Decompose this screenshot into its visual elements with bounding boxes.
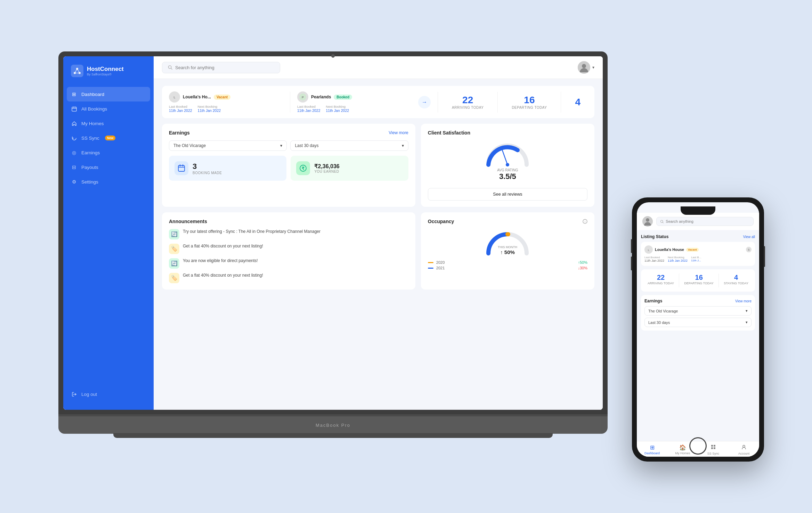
announce-item-3: 🔄 You are now eligible for direct paymen… bbox=[169, 258, 408, 269]
phone-nav-account[interactable]: Account bbox=[729, 444, 759, 455]
phone-arriving-label: ARRIVING TODAY bbox=[648, 282, 674, 285]
new-badge: New bbox=[105, 136, 116, 140]
phone-date-filter-value: Last 30 days bbox=[648, 320, 670, 325]
sidebar-label-homes: My Homes bbox=[81, 121, 104, 126]
svg-point-32 bbox=[646, 218, 649, 222]
laptop-foot bbox=[113, 433, 553, 438]
svg-point-26 bbox=[506, 163, 509, 166]
phone-date-filter[interactable]: Last 30 days ▾ bbox=[644, 318, 752, 327]
announce-item-2: 🏷️ Get a flat 40% discount on your next … bbox=[169, 244, 408, 254]
earned-icon: ₹ bbox=[296, 161, 310, 175]
phone-nav-account-label: Account bbox=[738, 452, 750, 455]
next-booking-val-1: 11th Jan 2022 bbox=[198, 108, 221, 113]
listing-status-section: Listing Status View all L Louella's Hous… bbox=[641, 234, 755, 266]
sidebar-logo: HostConnect By SaffronStays® bbox=[63, 65, 154, 87]
sidebar-label-dashboard: Dashboard bbox=[81, 92, 104, 97]
earnings-filters: The Old Vicarage ▾ Last 30 days ▾ bbox=[169, 140, 408, 151]
announcements-panel: Announcements 🔄 Try our latest offering … bbox=[162, 212, 415, 290]
bottom-row: Announcements 🔄 Try our latest offering … bbox=[162, 212, 594, 290]
search-input[interactable] bbox=[175, 65, 274, 70]
sidebar-item-payouts[interactable]: ⊟ Payouts bbox=[63, 160, 154, 174]
occupancy-gauge: THIS MONTH ↑ 50% bbox=[428, 229, 587, 257]
phone-search-box[interactable] bbox=[656, 217, 754, 226]
sidebar-item-settings[interactable]: ⚙ Settings bbox=[63, 174, 154, 189]
earned-label: YOU EARNED bbox=[314, 170, 339, 173]
divider-1 bbox=[290, 92, 290, 113]
phone-nav-sync-icon bbox=[710, 444, 716, 451]
last-booked-col-1: Last Booked 11th Jan 2022 bbox=[169, 105, 192, 113]
svg-line-4 bbox=[77, 69, 80, 73]
sidebar-item-ss-sync[interactable]: SS Sync New bbox=[63, 131, 154, 145]
phone-last-booked-label: Last Booked bbox=[644, 256, 664, 259]
phone-notch bbox=[681, 206, 715, 215]
phone-earnings-view-more[interactable]: View more bbox=[735, 299, 752, 303]
arriving-num: 22 bbox=[452, 95, 484, 106]
logout-button[interactable]: Log out bbox=[63, 387, 154, 401]
phone-property-filter[interactable]: The Old Vicarage ▾ bbox=[644, 306, 752, 316]
property-stats-row: L Louella's Ho... Vacant Last Booked bbox=[162, 86, 594, 118]
property-dates-1: Last Booked 11th Jan 2022 Next Booking 1… bbox=[169, 105, 283, 113]
avg-rating-num: 3.5/5 bbox=[499, 172, 516, 181]
earnings-cards: 3 BOOKING MADE ₹ bbox=[169, 156, 408, 181]
svg-point-14 bbox=[582, 64, 586, 68]
property-name-2: Pearlands bbox=[311, 95, 331, 99]
occ-year-2020: 2020 bbox=[436, 260, 445, 264]
chevron-down-icon: ▾ bbox=[592, 65, 594, 70]
occ-dot-2021 bbox=[428, 268, 433, 269]
occ-dot-2020 bbox=[428, 262, 433, 263]
see-reviews-button[interactable]: See all reviews bbox=[428, 188, 587, 201]
logout-label: Log out bbox=[81, 392, 97, 397]
sidebar-item-all-bookings[interactable]: All Bookings bbox=[63, 101, 154, 116]
stat-staying: 4 bbox=[568, 97, 587, 108]
phone-earnings-header: Earnings View more bbox=[644, 299, 752, 303]
phone-last-booked-val: 11th Jan 2022 bbox=[644, 259, 664, 262]
svg-rect-39 bbox=[711, 447, 713, 449]
phone-departing-label: DEPARTING TODAY bbox=[684, 282, 714, 285]
phone-next-booking-val: 11th Jan 2022 bbox=[668, 259, 688, 262]
earnings-view-more[interactable]: View more bbox=[389, 130, 408, 135]
property-status-1: Vacant bbox=[214, 95, 230, 100]
earnings-icon: ◎ bbox=[71, 149, 77, 156]
phone-stats-row: 22 ARRIVING TODAY 16 DEPARTING TODAY 4 bbox=[641, 269, 755, 292]
phone-search-input[interactable] bbox=[666, 219, 750, 223]
occupancy-header: Occupancy i bbox=[428, 219, 587, 224]
property-card-1: L Louella's Ho... Vacant Last Booked bbox=[169, 91, 283, 113]
phone-home-button[interactable] bbox=[689, 437, 707, 455]
earned-card: ₹ ₹2,36,036 YOU EARNED bbox=[291, 156, 408, 181]
phone-view-all-link[interactable]: View all bbox=[743, 235, 755, 239]
earned-info: ₹2,36,036 YOU EARNED bbox=[314, 163, 339, 173]
last-booked-val-2: 11th Jan 2022 bbox=[297, 108, 320, 113]
svg-text:THIS MONTH: THIS MONTH bbox=[498, 245, 517, 249]
phone-nav-account-icon bbox=[741, 444, 747, 451]
sidebar-item-earnings[interactable]: ◎ Earnings bbox=[63, 145, 154, 160]
occupancy-title: Occupancy bbox=[428, 219, 454, 224]
phone-prop-name: Louella's House bbox=[655, 247, 684, 252]
sidebar-label-settings: Settings bbox=[81, 179, 98, 185]
phone-screen: Listing Status View all L Louella's Hous… bbox=[637, 202, 759, 457]
search-box[interactable] bbox=[162, 62, 280, 73]
stat-departing: 16 DEPARTING TODAY bbox=[505, 95, 554, 109]
date-filter-dropdown[interactable]: Last 30 days ▾ bbox=[290, 140, 408, 151]
phone-earnings-section: Earnings View more The Old Vicarage ▾ La… bbox=[641, 295, 755, 331]
phone-content: Listing Status View all L Louella's Hous… bbox=[637, 202, 759, 457]
departing-label: DEPARTING TODAY bbox=[512, 106, 547, 109]
announce-text-4: Get a flat 40% discount on your next lis… bbox=[183, 273, 263, 278]
sidebar-item-my-homes[interactable]: My Homes bbox=[63, 116, 154, 131]
occ-gauge-svg: THIS MONTH ↑ 50% bbox=[485, 229, 530, 257]
svg-text:↑ 50%: ↑ 50% bbox=[501, 249, 515, 255]
svg-line-12 bbox=[171, 68, 172, 69]
phone-search-icon bbox=[660, 220, 664, 223]
property-status-2: Booked bbox=[334, 95, 352, 100]
svg-line-34 bbox=[663, 222, 663, 223]
logo-icon bbox=[71, 65, 83, 77]
sidebar-item-dashboard[interactable]: ⊞ Dashboard bbox=[67, 87, 150, 101]
view-all-button[interactable]: → bbox=[418, 96, 431, 108]
property-filter-dropdown[interactable]: The Old Vicarage ▾ bbox=[169, 140, 287, 151]
user-menu[interactable]: ▾ bbox=[578, 61, 594, 74]
divider-3 bbox=[497, 92, 498, 113]
phone-filter-row: The Old Vicarage ▾ Last 30 days ▾ bbox=[644, 306, 752, 327]
avg-rating-label: AVG RATING bbox=[497, 168, 518, 172]
phone-prop-img-2: S bbox=[746, 247, 752, 252]
phone-nav-dashboard[interactable]: ⊞ Dashboard bbox=[637, 444, 667, 455]
property-filter-value: The Old Vicarage bbox=[173, 143, 206, 148]
